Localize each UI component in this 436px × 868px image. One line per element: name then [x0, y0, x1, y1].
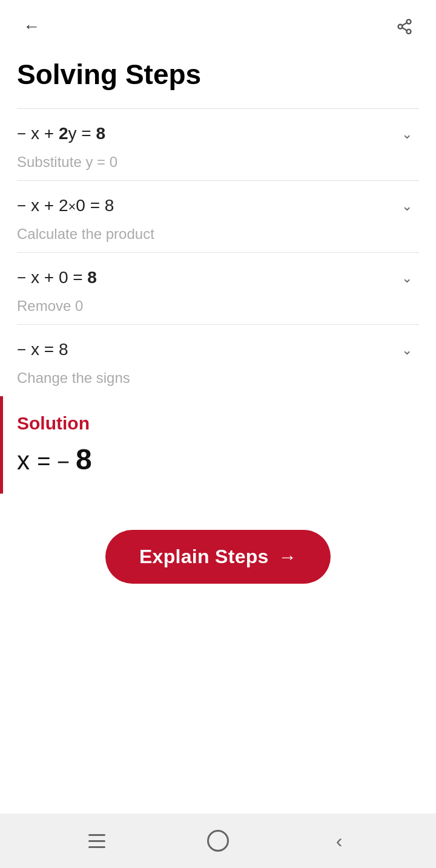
step-2-description: Calculate the product	[17, 224, 419, 243]
share-icon	[396, 18, 413, 35]
step-4-header: − x = 8 ⌄	[17, 338, 419, 362]
solution-label: Solution	[17, 413, 419, 434]
step-4-equation: − x = 8	[17, 339, 395, 361]
page-title: Solving Steps	[0, 47, 436, 108]
top-bar: ←	[0, 0, 436, 47]
solution-value: x = − 8	[17, 442, 419, 477]
nav-menu-button[interactable]	[73, 820, 121, 862]
step-2-equation: − x + 2×0 = 8	[17, 195, 395, 217]
step-1-description: Substitute y = 0	[17, 152, 419, 171]
step-3-header: − x + 0 = 8 ⌄	[17, 266, 419, 290]
chevron-down-icon: ⌄	[401, 128, 412, 141]
step-3-equation: − x + 0 = 8	[17, 267, 395, 289]
step-2: − x + 2×0 = 8 ⌄ Calculate the product	[17, 180, 419, 252]
home-circle-icon	[207, 830, 229, 852]
nav-bar: ‹	[0, 814, 436, 868]
solution-section: Solution x = − 8	[0, 396, 436, 494]
step-2-header: − x + 2×0 = 8 ⌄	[17, 194, 419, 218]
explain-steps-label: Explain Steps	[139, 546, 269, 568]
chevron-down-icon: ⌄	[401, 272, 412, 285]
step-4-description: Change the signs	[17, 368, 419, 387]
step-3: − x + 0 = 8 ⌄ Remove 0	[17, 252, 419, 324]
explain-steps-arrow-icon: →	[279, 547, 297, 567]
back-arrow-icon: ←	[23, 18, 40, 35]
step-1: − x + 2y = 8 ⌄ Substitute y = 0	[17, 108, 419, 180]
chevron-down-icon: ⌄	[401, 344, 412, 357]
bottom-area: Explain Steps →	[0, 494, 436, 608]
step-4-expand-button[interactable]: ⌄	[395, 338, 419, 362]
share-button[interactable]	[390, 12, 419, 41]
explain-steps-button[interactable]: Explain Steps →	[105, 530, 331, 584]
step-3-description: Remove 0	[17, 296, 419, 315]
back-button[interactable]: ←	[17, 12, 46, 41]
step-1-equation: − x + 2y = 8	[17, 123, 395, 145]
step-3-expand-button[interactable]: ⌄	[395, 266, 419, 290]
svg-line-3	[402, 28, 407, 31]
menu-lines-icon	[86, 832, 108, 850]
step-1-header: − x + 2y = 8 ⌄	[17, 122, 419, 146]
chevron-down-icon: ⌄	[401, 200, 412, 213]
nav-back-button[interactable]: ‹	[315, 820, 363, 862]
step-2-expand-button[interactable]: ⌄	[395, 194, 419, 218]
step-4: − x = 8 ⌄ Change the signs	[17, 324, 419, 396]
nav-back-icon: ‹	[336, 831, 343, 850]
steps-container: − x + 2y = 8 ⌄ Substitute y = 0 − x + 2×…	[0, 108, 436, 396]
nav-home-button[interactable]	[194, 820, 242, 862]
step-1-expand-button[interactable]: ⌄	[395, 122, 419, 146]
svg-line-4	[402, 23, 407, 26]
